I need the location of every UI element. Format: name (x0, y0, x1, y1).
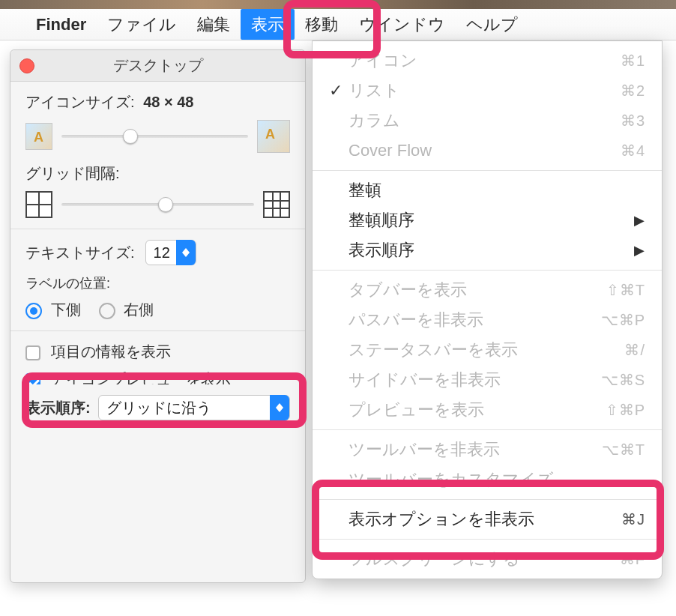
menu-file[interactable]: ファイル (97, 9, 187, 40)
menu-item-label: 表示オプションを非表示 (348, 508, 621, 531)
menu-item-label: サイドバーを非表示 (348, 369, 601, 391)
checkbox-icon (25, 373, 40, 384)
menu-window[interactable]: ウインドウ (348, 9, 456, 40)
menu-item-shortcut: ⌘J (621, 510, 645, 528)
menu-item-label: タブバーを表示 (348, 279, 606, 301)
menu-item-label: リスト (348, 79, 621, 102)
stepper-icon[interactable] (270, 395, 289, 420)
menu-item: アイコン⌘1 (313, 46, 662, 76)
menu-item: ステータスバーを表示⌘/ (313, 335, 662, 365)
close-button[interactable] (19, 58, 34, 73)
grid-spacing-label: グリッド間隔: (25, 165, 120, 181)
menu-item-label: 整頓 (348, 179, 645, 202)
icon-size-slider[interactable] (61, 127, 248, 145)
radio-icon (99, 303, 115, 319)
menu-item: プレビューを表示⇧⌘P (313, 395, 662, 425)
sort-by-select[interactable]: グリッドに沿う (98, 395, 290, 420)
desktop-background-strip (0, 0, 676, 9)
sort-by-label: 表示順序: (25, 398, 91, 418)
radio-icon (25, 303, 42, 319)
menu-item[interactable]: 表示順序▶ (313, 235, 662, 265)
menu-item: タブバーを表示⇧⌘T (313, 275, 662, 305)
menu-item-shortcut: ⌘1 (621, 52, 645, 70)
label-position-label: ラベルの位置: (25, 276, 110, 291)
menu-item[interactable]: 整頓 (313, 175, 662, 205)
show-item-info[interactable]: 項目の情報を表示 (25, 342, 290, 362)
label-pos-right[interactable]: 右側 (99, 300, 154, 320)
grid-large-icon (263, 191, 290, 218)
menu-item-label: カラム (348, 109, 621, 132)
menu-item-label: 整頓順序 (348, 209, 634, 232)
icon-size-large-preview (257, 120, 290, 153)
icon-size-value: 48 × 48 (143, 94, 193, 110)
menu-help[interactable]: ヘルプ (456, 9, 528, 40)
menubar: Finder ファイル 編集 表示 移動 ウインドウ ヘルプ (0, 9, 676, 40)
text-size-select[interactable]: 12 (145, 240, 196, 265)
check-mark-icon: ✓ (329, 81, 348, 100)
stepper-icon[interactable] (176, 240, 196, 265)
menu-item-shortcut: ⌥⌘S (601, 371, 645, 389)
menu-edit[interactable]: 編集 (187, 9, 241, 40)
grid-spacing-slider[interactable] (61, 196, 254, 214)
grid-small-icon (25, 191, 52, 218)
menu-item-label: ツールバーをカスタマイズ… (348, 468, 645, 491)
menu-item-label: パスバーを非表示 (348, 309, 601, 331)
menu-item-label: プレビューを表示 (348, 399, 606, 421)
menu-item-shortcut: ⇧⌘P (606, 401, 645, 419)
app-name[interactable]: Finder (25, 9, 97, 40)
view-dropdown-menu: アイコン⌘1✓リスト⌘2カラム⌘3Cover Flow⌘4整頓整頓順序▶表示順序… (312, 40, 663, 579)
menu-view[interactable]: 表示 (241, 9, 295, 40)
menu-item: Cover Flow⌘4 (313, 136, 662, 166)
menu-item-label: フルスクリーンにする (348, 548, 612, 570)
menu-item: ツールバーをカスタマイズ… (313, 465, 662, 495)
menu-item-shortcut: ^⌘F (612, 550, 645, 568)
menu-item-label: ツールバーを非表示 (348, 438, 602, 461)
menu-item: サイドバーを非表示⌥⌘S (313, 365, 662, 395)
menu-item: ✓リスト⌘2 (313, 76, 662, 106)
menu-item-label: 表示順序 (348, 239, 634, 262)
menu-item-label: Cover Flow (348, 141, 621, 160)
menu-item-shortcut: ⌥⌘T (602, 441, 645, 459)
icon-size-small-preview (25, 123, 52, 150)
checkbox-icon (25, 345, 40, 360)
menu-go[interactable]: 移動 (295, 9, 348, 40)
text-size-value: 12 (154, 244, 170, 262)
menu-item: ツールバーを非表示⌥⌘T (313, 435, 662, 465)
menu-item: フルスクリーンにする^⌘F (313, 544, 662, 574)
menu-item-shortcut: ⌘4 (621, 142, 645, 160)
text-size-label: テキストサイズ: (25, 243, 135, 263)
icon-size-label: アイコンサイズ: (25, 94, 135, 110)
menu-item-shortcut: ⇧⌘T (606, 281, 645, 299)
panel-titlebar[interactable]: デスクトップ (10, 50, 305, 82)
label-pos-bottom[interactable]: 下側 (25, 300, 81, 320)
menu-item: パスバーを非表示⌥⌘P (313, 305, 662, 335)
menu-item-label: アイコン (348, 49, 621, 72)
menu-item-label: ステータスバーを表示 (348, 339, 624, 361)
menu-item-shortcut: ⌘/ (624, 341, 645, 359)
menu-item-shortcut: ▶ (634, 242, 645, 259)
show-icon-preview[interactable]: アイコンプレビューを表示 (25, 369, 290, 384)
menu-item-shortcut: ⌘2 (621, 82, 645, 100)
menu-item-shortcut: ▶ (634, 212, 645, 229)
menu-item-shortcut: ⌘3 (621, 112, 645, 130)
menu-item[interactable]: 表示オプションを非表示⌘J (313, 504, 662, 534)
menu-item-shortcut: ⌥⌘P (601, 311, 645, 329)
menu-item[interactable]: 整頓順序▶ (313, 205, 662, 235)
sort-by-value: グリッドに沿う (106, 398, 211, 418)
view-options-panel: デスクトップ アイコンサイズ: 48 × 48 グリッド間隔: (10, 49, 306, 583)
menu-item: カラム⌘3 (313, 106, 662, 136)
panel-title: デスクトップ (113, 55, 203, 76)
